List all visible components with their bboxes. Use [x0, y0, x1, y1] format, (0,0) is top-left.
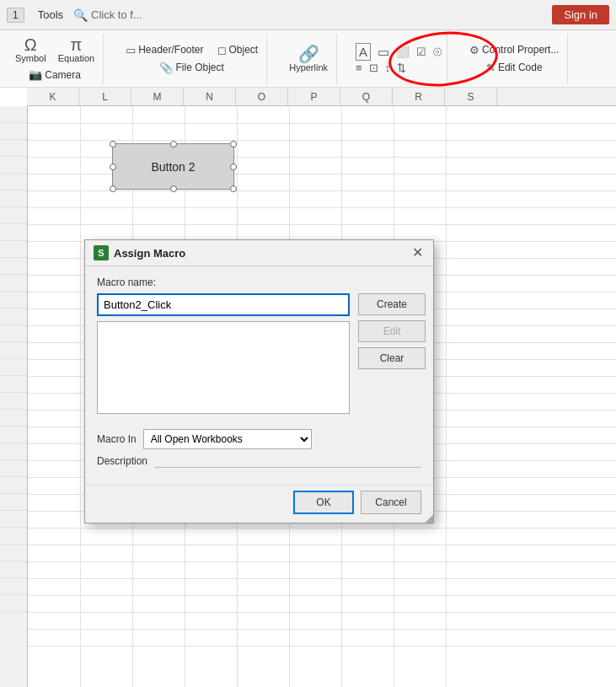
- ribbon-group-hyperlink: 🔗 Hyperlink: [281, 34, 337, 84]
- equation-label: Equation: [58, 53, 94, 63]
- row-header: [0, 140, 27, 157]
- row-header: [0, 241, 27, 258]
- top-bar: 1 Tools 🔍 Click to f... Sign in: [0, 0, 616, 30]
- row-header: [0, 191, 27, 207]
- spinner-icon[interactable]: ⇅: [397, 62, 406, 74]
- tools-menu[interactable]: Tools: [38, 8, 63, 21]
- combobox-icon[interactable]: ⊡: [369, 62, 378, 74]
- insert-top-row: ▭ Header/Footer ◻ Object: [122, 42, 261, 58]
- row-headers: [0, 106, 28, 687]
- macro-in-label: Macro In: [97, 433, 137, 445]
- header-footer-label: Header/Footer: [138, 44, 203, 56]
- handle-bc[interactable]: [170, 185, 177, 192]
- clear-button[interactable]: Clear: [358, 347, 426, 369]
- camera-button[interactable]: 📷 Camera: [25, 67, 84, 83]
- handle-bl[interactable]: [110, 185, 116, 192]
- control-properties-label: Control Propert...: [482, 44, 559, 56]
- row-header: [0, 494, 27, 511]
- row-header: [0, 578, 27, 595]
- row-header: [0, 477, 27, 494]
- description-label: Description: [97, 455, 147, 467]
- object-icon: ◻: [217, 44, 227, 56]
- col-header-k: K: [27, 88, 79, 105]
- search-text[interactable]: Click to f...: [91, 8, 142, 21]
- rectangle-icon[interactable]: ▭: [378, 45, 389, 60]
- row-header: [0, 443, 27, 460]
- file-object-label: File Object: [175, 62, 223, 73]
- ribbon-camera-row: 📷 Camera: [25, 67, 84, 83]
- dialog-body: Macro name: Create Edit Clear: [85, 266, 433, 424]
- app-icon: S: [94, 245, 109, 260]
- description-value: [154, 454, 421, 468]
- col-header-n: N: [184, 88, 236, 105]
- insert-bottom-row: 📎 File Object: [156, 60, 227, 76]
- textbox-icon[interactable]: A: [356, 43, 371, 61]
- header-footer-button[interactable]: ▭ Header/Footer: [122, 42, 206, 58]
- macro-name-label: Macro name:: [97, 276, 421, 288]
- hyperlink-button[interactable]: 🔗 Hyperlink: [286, 44, 331, 74]
- assign-macro-dialog[interactable]: S Assign Macro ✕ Macro name: Create Edit: [84, 239, 434, 523]
- row-header: [0, 528, 27, 545]
- macro-list[interactable]: [97, 321, 350, 414]
- macro-name-input[interactable]: [97, 293, 350, 316]
- button2-label: Button 2: [151, 160, 195, 174]
- ribbon-group-control-props: ⚙ Control Propert... ✎ Edit Code: [461, 34, 568, 84]
- dialog-close-button[interactable]: ✕: [410, 246, 425, 260]
- col-header-l: L: [79, 88, 131, 105]
- handle-mr[interactable]: [230, 164, 237, 170]
- cancel-button[interactable]: Cancel: [361, 491, 421, 514]
- edit-button[interactable]: Edit: [358, 320, 426, 342]
- dialog-footer: Macro In All Open Workbooks Description: [85, 424, 433, 481]
- description-row: Description: [97, 454, 421, 468]
- row-header: [0, 545, 27, 561]
- handle-tc[interactable]: [170, 141, 177, 148]
- controls-rows: A ▭ ⬜ ☑ ⦾ ≡ ⊡ ↕ ⇅: [356, 43, 442, 74]
- scrollbar-icon[interactable]: ↕: [385, 62, 391, 74]
- edit-code-icon: ✎: [486, 62, 495, 74]
- button-icon[interactable]: ⬜: [396, 46, 410, 58]
- column-headers: K L M N O P Q R S: [27, 88, 616, 106]
- camera-icon: 📷: [29, 68, 42, 81]
- col-header-p: P: [288, 88, 340, 105]
- row-header: [0, 359, 27, 376]
- row-header: [0, 460, 27, 477]
- edit-code-button[interactable]: ✎ Edit Code: [483, 60, 546, 76]
- row-header: [0, 292, 27, 309]
- radio-icon[interactable]: ⦾: [433, 46, 442, 59]
- macro-in-select[interactable]: All Open Workbooks: [143, 429, 312, 449]
- ok-button[interactable]: OK: [293, 491, 354, 514]
- hyperlink-icon: 🔗: [298, 46, 319, 62]
- controls-row-2: ≡ ⊡ ↕ ⇅: [356, 62, 442, 74]
- equation-button[interactable]: π Equation: [55, 35, 98, 65]
- col-header-q: Q: [340, 88, 393, 105]
- dialog-action-buttons: Create Edit Clear: [358, 293, 426, 369]
- symbol-label: Symbol: [15, 53, 46, 63]
- object-label: Object: [229, 44, 259, 56]
- header-footer-icon: ▭: [126, 44, 136, 56]
- row-header: [0, 106, 27, 123]
- hyperlink-label: Hyperlink: [289, 62, 328, 72]
- listbox-icon[interactable]: ≡: [356, 62, 362, 74]
- symbol-button[interactable]: Ω Symbol: [12, 35, 50, 65]
- ribbon-group-controls: A ▭ ⬜ ☑ ⦾ ≡ ⊡ ↕ ⇅: [351, 34, 447, 84]
- row-header: [0, 376, 27, 393]
- handle-br[interactable]: [230, 185, 237, 192]
- dialog-resize-handle[interactable]: [425, 514, 433, 523]
- control-properties-button[interactable]: ⚙ Control Propert...: [466, 42, 562, 58]
- handle-tl[interactable]: [110, 141, 116, 148]
- handle-ml[interactable]: [110, 164, 116, 170]
- dialog-title: Assign Macro: [114, 247, 185, 260]
- create-button[interactable]: Create: [358, 293, 426, 315]
- dialog-titlebar: S Assign Macro ✕: [85, 240, 433, 266]
- file-object-button[interactable]: 📎 File Object: [156, 60, 227, 76]
- sign-in-button[interactable]: Sign in: [552, 5, 609, 24]
- checkbox-icon[interactable]: ☑: [416, 46, 426, 58]
- col-header-o: O: [236, 88, 288, 105]
- row-header: [0, 309, 27, 325]
- search-bar[interactable]: 🔍 Click to f...: [73, 8, 142, 22]
- object-button[interactable]: ◻ Object: [214, 42, 262, 58]
- macro-name-row: Create Edit Clear: [97, 293, 421, 414]
- handle-tr[interactable]: [230, 141, 237, 148]
- row-header: [0, 224, 27, 241]
- button2[interactable]: Button 2: [112, 143, 234, 190]
